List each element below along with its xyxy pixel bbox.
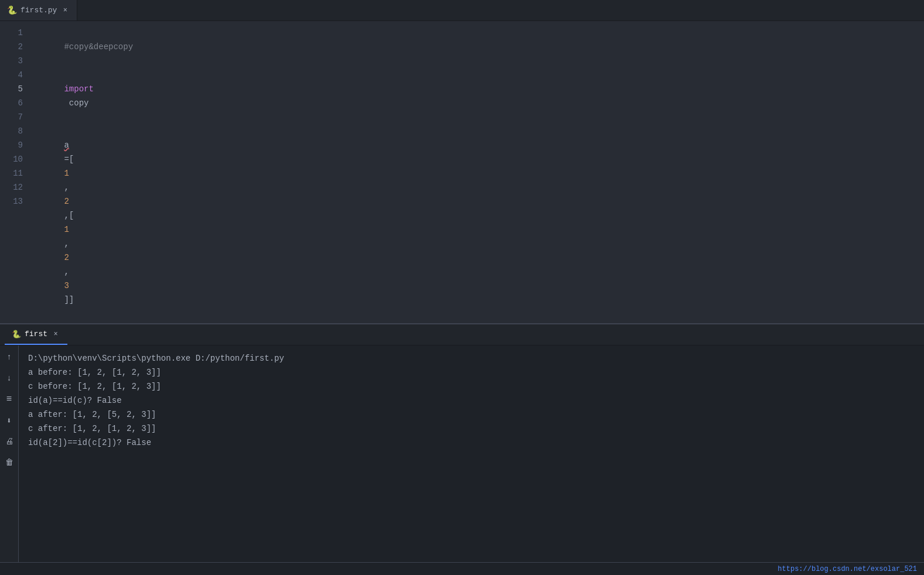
terminal-line-6: id(a[2])==id(c[2])? False [28,436,915,450]
terminal-output: D:\python\venv\Scripts\python.exe D:/pyt… [19,345,924,562]
code-line-2: import copy [32,68,924,124]
scroll-down-button[interactable]: ↓ [2,371,16,385]
line-num-3: 3 [0,54,23,68]
panel-tab-label: first [25,330,47,338]
line-num-8: 8 [0,124,23,138]
panel-sidebar: ↑ ↓ ≡ ⬇ 🖨 🗑 [0,345,19,562]
editor-tab-bar: 🐍 first.py × [0,0,924,21]
line-num-1: 1 [0,26,23,40]
line-num-2: 2 [0,40,23,54]
line-num-4: 4 [0,68,23,82]
python-file-icon: 🐍 [7,5,17,15]
line-num-13: 13 [0,194,23,208]
line-num-7: 7 [0,110,23,124]
code-line-4: print ( 'a before:' , a) [32,321,924,323]
terminal-line-2: c before: [1, 2, [1, 2, 3]] [28,379,915,393]
code-line-3: a =[ 1 , 2 ,[ 1 , 2 , 3 ]] [32,124,924,321]
panel-tab-close[interactable]: × [51,330,60,339]
module-copy: copy [64,98,88,108]
comment-1: #copy&deepcopy [64,42,133,52]
terminal-line-5: c after: [1, 2, [1, 2, 3]] [28,422,915,436]
terminal-line-1: a before: [1, 2, [1, 2, 3]] [28,365,915,379]
var-a: a [64,141,69,150]
line-numbers: 1 2 3 4 5 6 7 8 9 10 11 12 13 [0,21,32,323]
keyword-import: import [64,84,93,94]
terminal-line-3: id(a)==id(c)? False [28,393,915,408]
line-num-10: 10 [0,152,23,166]
tab-close-button[interactable]: × [60,6,70,15]
panel-tab-icon: 🐍 [12,330,21,339]
editor-area: 1 2 3 4 5 6 7 8 9 10 11 12 13 #copy&deep… [0,21,924,323]
editor-tab-first-py[interactable]: 🐍 first.py × [0,0,77,20]
print-button[interactable]: 🖨 [2,434,16,449]
scroll-up-button[interactable]: ↑ [2,350,16,364]
line-num-11: 11 [0,166,23,180]
panel-tab-bar: 🐍 first × [0,324,924,345]
wrap-lines-button[interactable]: ≡ [2,392,16,406]
line-num-5: 5 [0,82,23,96]
panel-content: ↑ ↓ ≡ ⬇ 🖨 🗑 D:\python\venv\Scripts\pytho… [0,345,924,562]
csdn-url-link[interactable]: https://blog.csdn.net/exsolar_521 [778,565,917,573]
bottom-panel: 🐍 first × ↑ ↓ ≡ ⬇ 🖨 🗑 D:\python\venv\Scr… [0,323,924,575]
code-content-area[interactable]: #copy&deepcopy import copy a =[ 1 , 2 ,[… [32,21,924,323]
download-button[interactable]: ⬇ [2,413,16,427]
terminal-line-cmd: D:\python\venv\Scripts\python.exe D:/pyt… [28,351,915,365]
line-num-6: 6 [0,96,23,110]
tab-label: first.py [21,6,57,15]
panel-tab-first[interactable]: 🐍 first × [5,324,67,345]
code-line-1: #copy&deepcopy [32,26,924,68]
clear-button[interactable]: 🗑 [2,456,16,470]
line-num-12: 12 [0,180,23,194]
line-num-9: 9 [0,138,23,152]
panel-bottom-bar: https://blog.csdn.net/exsolar_521 [0,562,924,575]
terminal-line-4: a after: [1, 2, [5, 2, 3]] [28,408,915,422]
